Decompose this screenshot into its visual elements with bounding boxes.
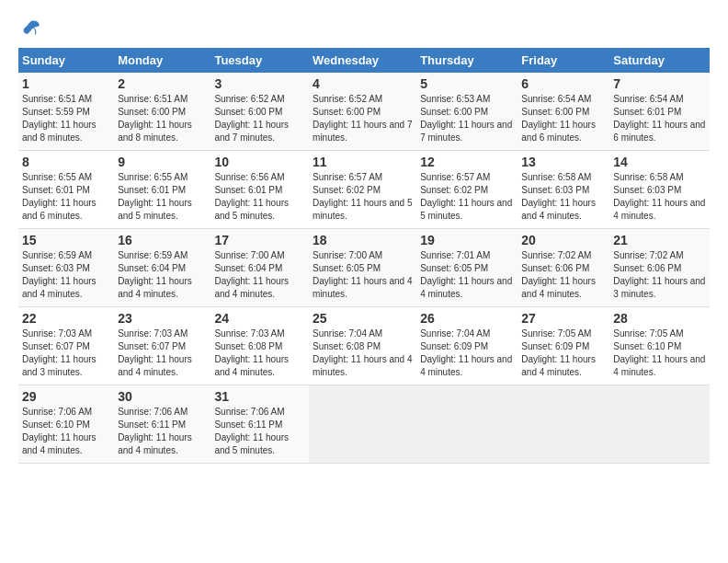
day-info: Sunrise: 6:54 AMSunset: 6:01 PMDaylight:… — [613, 93, 706, 144]
day-number: 24 — [214, 311, 305, 326]
header-tuesday: Tuesday — [210, 48, 309, 73]
calendar-cell: 26Sunrise: 7:04 AMSunset: 6:09 PMDayligh… — [416, 307, 518, 385]
day-number: 27 — [521, 311, 606, 326]
header-sunday: Sunday — [18, 48, 114, 73]
day-number: 17 — [214, 233, 305, 247]
calendar-cell: 15Sunrise: 6:59 AMSunset: 6:03 PMDayligh… — [18, 229, 114, 307]
day-info: Sunrise: 6:55 AMSunset: 6:01 PMDaylight:… — [118, 171, 207, 223]
calendar-cell: 21Sunrise: 7:02 AMSunset: 6:06 PMDayligh… — [609, 229, 710, 307]
calendar-cell: 23Sunrise: 7:03 AMSunset: 6:07 PMDayligh… — [114, 307, 210, 385]
calendar-cell: 4Sunrise: 6:52 AMSunset: 6:00 PMDaylight… — [309, 73, 416, 151]
calendar-week-row: 1Sunrise: 6:51 AMSunset: 5:59 PMDaylight… — [18, 73, 710, 151]
day-info: Sunrise: 7:03 AMSunset: 6:07 PMDaylight:… — [22, 327, 110, 379]
day-number: 21 — [613, 233, 706, 247]
calendar-cell: 12Sunrise: 6:57 AMSunset: 6:02 PMDayligh… — [416, 151, 518, 229]
day-info: Sunrise: 6:56 AMSunset: 6:01 PMDaylight:… — [214, 171, 305, 223]
day-info: Sunrise: 6:52 AMSunset: 6:00 PMDaylight:… — [313, 93, 413, 144]
calendar-cell: 17Sunrise: 7:00 AMSunset: 6:04 PMDayligh… — [210, 229, 309, 307]
calendar-cell: 24Sunrise: 7:03 AMSunset: 6:08 PMDayligh… — [210, 307, 309, 385]
day-info: Sunrise: 7:04 AMSunset: 6:09 PMDaylight:… — [420, 327, 514, 379]
header-wednesday: Wednesday — [309, 48, 416, 73]
calendar-cell — [309, 385, 416, 464]
day-info: Sunrise: 6:57 AMSunset: 6:02 PMDaylight:… — [313, 171, 413, 223]
day-info: Sunrise: 6:53 AMSunset: 6:00 PMDaylight:… — [420, 93, 514, 144]
calendar-cell: 31Sunrise: 7:06 AMSunset: 6:11 PMDayligh… — [210, 385, 309, 464]
calendar-cell: 5Sunrise: 6:53 AMSunset: 6:00 PMDaylight… — [416, 73, 518, 151]
day-number: 31 — [214, 389, 305, 404]
day-info: Sunrise: 7:03 AMSunset: 6:07 PMDaylight:… — [118, 327, 207, 379]
calendar-cell — [609, 385, 710, 464]
calendar-cell: 30Sunrise: 7:06 AMSunset: 6:11 PMDayligh… — [114, 385, 210, 464]
calendar-cell: 13Sunrise: 6:58 AMSunset: 6:03 PMDayligh… — [518, 151, 609, 229]
day-info: Sunrise: 6:58 AMSunset: 6:03 PMDaylight:… — [613, 171, 706, 223]
calendar-header-row: SundayMondayTuesdayWednesdayThursdayFrid… — [18, 48, 710, 73]
calendar-cell: 20Sunrise: 7:02 AMSunset: 6:06 PMDayligh… — [518, 229, 609, 307]
day-number: 26 — [420, 311, 514, 326]
day-info: Sunrise: 7:01 AMSunset: 6:05 PMDaylight:… — [420, 249, 514, 301]
header-saturday: Saturday — [609, 48, 710, 73]
calendar-cell — [416, 385, 518, 464]
calendar-cell: 14Sunrise: 6:58 AMSunset: 6:03 PMDayligh… — [609, 151, 710, 229]
calendar-cell: 18Sunrise: 7:00 AMSunset: 6:05 PMDayligh… — [309, 229, 416, 307]
day-number: 19 — [420, 233, 514, 247]
calendar-week-row: 15Sunrise: 6:59 AMSunset: 6:03 PMDayligh… — [18, 229, 710, 307]
calendar-cell: 3Sunrise: 6:52 AMSunset: 6:00 PMDaylight… — [210, 73, 309, 151]
page-header — [18, 18, 710, 39]
day-number: 11 — [313, 155, 413, 169]
day-number: 23 — [118, 311, 207, 326]
calendar-cell: 8Sunrise: 6:55 AMSunset: 6:01 PMDaylight… — [18, 151, 114, 229]
calendar-table: SundayMondayTuesdayWednesdayThursdayFrid… — [18, 48, 710, 464]
day-number: 13 — [521, 155, 606, 169]
calendar-cell: 1Sunrise: 6:51 AMSunset: 5:59 PMDaylight… — [18, 73, 114, 151]
calendar-cell: 29Sunrise: 7:06 AMSunset: 6:10 PMDayligh… — [18, 385, 114, 464]
day-number: 8 — [22, 155, 110, 169]
day-number: 29 — [22, 389, 110, 404]
calendar-cell: 22Sunrise: 7:03 AMSunset: 6:07 PMDayligh… — [18, 307, 114, 385]
calendar-cell: 11Sunrise: 6:57 AMSunset: 6:02 PMDayligh… — [309, 151, 416, 229]
day-number: 18 — [313, 233, 413, 247]
day-info: Sunrise: 6:54 AMSunset: 6:00 PMDaylight:… — [521, 93, 606, 144]
day-number: 12 — [420, 155, 514, 169]
header-thursday: Thursday — [416, 48, 518, 73]
day-info: Sunrise: 7:06 AMSunset: 6:11 PMDaylight:… — [214, 406, 305, 457]
calendar-cell: 16Sunrise: 6:59 AMSunset: 6:04 PMDayligh… — [114, 229, 210, 307]
day-number: 3 — [214, 76, 305, 91]
day-number: 9 — [118, 155, 207, 169]
calendar-cell: 7Sunrise: 6:54 AMSunset: 6:01 PMDaylight… — [609, 73, 710, 151]
calendar-week-row: 22Sunrise: 7:03 AMSunset: 6:07 PMDayligh… — [18, 307, 710, 385]
day-info: Sunrise: 6:57 AMSunset: 6:02 PMDaylight:… — [420, 171, 514, 223]
day-info: Sunrise: 7:05 AMSunset: 6:09 PMDaylight:… — [521, 327, 606, 379]
day-number: 5 — [420, 76, 514, 91]
day-info: Sunrise: 6:59 AMSunset: 6:04 PMDaylight:… — [118, 249, 207, 301]
day-number: 1 — [22, 76, 110, 91]
calendar-cell — [518, 385, 609, 464]
day-info: Sunrise: 6:52 AMSunset: 6:00 PMDaylight:… — [214, 93, 305, 144]
day-number: 6 — [521, 76, 606, 91]
day-info: Sunrise: 7:06 AMSunset: 6:10 PMDaylight:… — [22, 406, 110, 457]
day-number: 25 — [313, 311, 413, 326]
day-number: 7 — [613, 76, 706, 91]
calendar-cell: 9Sunrise: 6:55 AMSunset: 6:01 PMDaylight… — [114, 151, 210, 229]
day-number: 28 — [613, 311, 706, 326]
calendar-week-row: 8Sunrise: 6:55 AMSunset: 6:01 PMDaylight… — [18, 151, 710, 229]
calendar-cell: 25Sunrise: 7:04 AMSunset: 6:08 PMDayligh… — [309, 307, 416, 385]
day-number: 15 — [22, 233, 110, 247]
calendar-cell: 10Sunrise: 6:56 AMSunset: 6:01 PMDayligh… — [210, 151, 309, 229]
day-number: 10 — [214, 155, 305, 169]
logo — [18, 18, 40, 39]
day-info: Sunrise: 7:00 AMSunset: 6:05 PMDaylight:… — [313, 249, 413, 301]
day-number: 2 — [118, 76, 207, 91]
day-number: 22 — [22, 311, 110, 326]
day-number: 4 — [313, 76, 413, 91]
day-info: Sunrise: 6:51 AMSunset: 6:00 PMDaylight:… — [118, 93, 207, 144]
header-monday: Monday — [114, 48, 210, 73]
day-info: Sunrise: 7:04 AMSunset: 6:08 PMDaylight:… — [313, 327, 413, 379]
day-number: 16 — [118, 233, 207, 247]
calendar-week-row: 29Sunrise: 7:06 AMSunset: 6:10 PMDayligh… — [18, 385, 710, 464]
calendar-cell: 2Sunrise: 6:51 AMSunset: 6:00 PMDaylight… — [114, 73, 210, 151]
day-number: 14 — [613, 155, 706, 169]
day-info: Sunrise: 7:02 AMSunset: 6:06 PMDaylight:… — [521, 249, 606, 301]
day-info: Sunrise: 6:59 AMSunset: 6:03 PMDaylight:… — [22, 249, 110, 301]
calendar-cell: 27Sunrise: 7:05 AMSunset: 6:09 PMDayligh… — [518, 307, 609, 385]
day-number: 30 — [118, 389, 207, 404]
